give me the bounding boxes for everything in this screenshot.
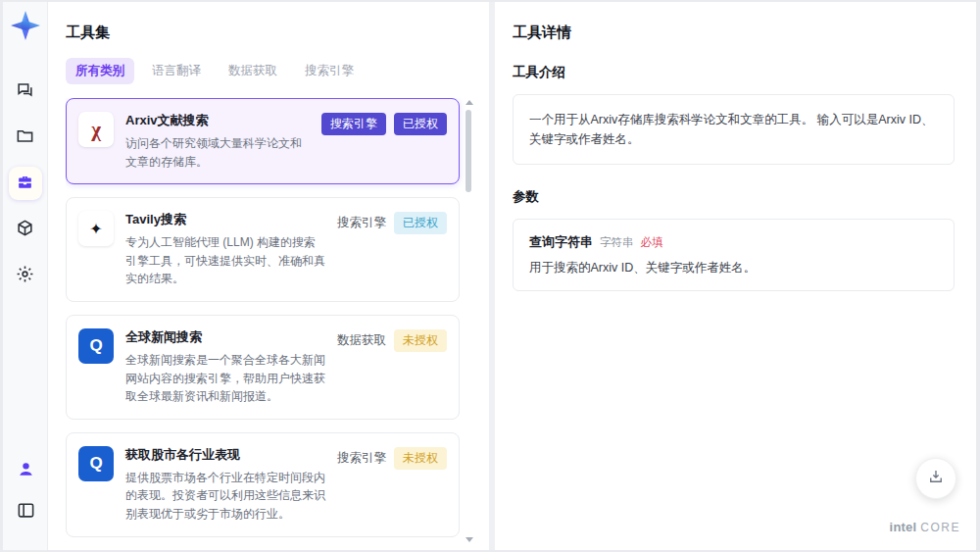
sidebar-item-files[interactable] (9, 121, 42, 154)
intro-heading: 工具介绍 (513, 64, 955, 81)
category-label: 数据获取 (337, 332, 386, 349)
panel-toggle-icon (17, 501, 35, 524)
param-required-flag: 必填 (641, 235, 663, 250)
package-icon (16, 219, 34, 241)
auth-status-badge: 未授权 (394, 447, 447, 470)
params-heading: 参数 (513, 188, 955, 206)
category-tabs: 所有类别 语言翻译 数据获取 搜索引擎 (66, 58, 473, 84)
tab-translation[interactable]: 语言翻译 (142, 58, 211, 84)
tool-details-panel: 工具详情 工具介绍 一个用于从Arxiv存储库搜索科学论文和文章的工具。 输入可… (495, 2, 976, 550)
details-title: 工具详情 (513, 24, 955, 42)
auth-status-badge: 已授权 (394, 113, 447, 135)
scroll-down-icon[interactable] (466, 537, 473, 542)
tool-name: 获取股市各行业表现 (125, 446, 325, 464)
user-avatar-button[interactable] (9, 454, 42, 487)
tool-card-sector-performance[interactable]: Q 获取股市各行业表现 提供股票市场各个行业在特定时间段内的表现。投资者可以利用… (66, 432, 460, 537)
page-title: 工具集 (66, 24, 473, 42)
tool-description: 访问各个研究领域大量科学论文和文章的存储库。 (125, 134, 310, 171)
list-scrollbar[interactable] (464, 98, 473, 544)
tool-name: Arxiv文献搜索 (125, 112, 310, 129)
category-badge: 搜索引擎 (321, 113, 386, 135)
intel-core-logo: intel core (890, 520, 960, 534)
stock-tool-logo-icon: Q (78, 446, 114, 481)
folder-icon (16, 126, 34, 149)
download-icon (927, 468, 945, 489)
scrollbar-thumb[interactable] (466, 110, 471, 192)
chat-icon (16, 80, 34, 103)
panel-toggle-button[interactable] (9, 495, 42, 528)
news-search-logo-icon: Q (78, 328, 114, 364)
tool-description: 专为人工智能代理 (LLM) 构建的搜索引擎工具，可快速提供实时、准确和真实的结… (125, 233, 325, 288)
tool-list: χ Arxiv文献搜索 访问各个研究领域大量科学论文和文章的存储库。 搜索引擎 … (66, 98, 473, 550)
category-label: 搜索引擎 (337, 215, 386, 231)
sidebar-item-packages[interactable] (9, 213, 42, 246)
param-item: 查询字符串 字符串 必填 用于搜索的Arxiv ID、关键字或作者姓名。 (513, 219, 955, 291)
arxiv-logo-icon: χ (78, 112, 114, 147)
toolbox-icon (16, 173, 34, 195)
tool-card-arxiv[interactable]: χ Arxiv文献搜索 访问各个研究领域大量科学论文和文章的存储库。 搜索引擎 … (66, 98, 460, 184)
param-type: 字符串 (600, 235, 634, 250)
tab-all-categories[interactable]: 所有类别 (66, 58, 134, 84)
app-logo-icon (10, 10, 41, 41)
user-icon (17, 460, 35, 482)
sidebar-item-toolset[interactable] (9, 167, 42, 200)
gear-icon (16, 265, 34, 287)
tavily-logo-icon: ✦ (78, 211, 114, 246)
intro-text: 一个用于从Arxiv存储库搜索科学论文和文章的工具。 输入可以是Arxiv ID… (513, 94, 955, 165)
param-name: 查询字符串 (529, 233, 593, 251)
tool-name: Tavily搜索 (125, 211, 325, 228)
param-description: 用于搜索的Arxiv ID、关键字或作者姓名。 (529, 260, 938, 276)
auth-status-badge: 已授权 (394, 212, 447, 234)
tool-description: 全球新闻搜索是一个聚合全球各大新闻网站内容的搜索引擎，帮助用户快速获取全球最新资… (125, 351, 325, 406)
app-window: 工具集 所有类别 语言翻译 数据获取 搜索引擎 χ Arxiv文献搜索 访问各个… (3, 2, 976, 550)
tool-name: 全球新闻搜索 (125, 328, 325, 346)
toolset-panel: 工具集 所有类别 语言翻译 数据获取 搜索引擎 χ Arxiv文献搜索 访问各个… (48, 2, 489, 550)
tool-description: 提供股票市场各个行业在特定时间段内的表现。投资者可以利用这些信息来识别表现优于或… (125, 469, 325, 524)
sidebar-item-chat[interactable] (9, 75, 42, 108)
auth-status-badge: 未授权 (394, 329, 447, 352)
category-label: 搜索引擎 (337, 450, 386, 467)
tab-search-engine[interactable]: 搜索引擎 (295, 58, 364, 84)
brand-core: core (920, 521, 960, 534)
sidebar-item-settings[interactable] (9, 259, 42, 292)
icon-rail (3, 2, 48, 550)
tool-card-global-news[interactable]: Q 全球新闻搜索 全球新闻搜索是一个聚合全球各大新闻网站内容的搜索引擎，帮助用户… (66, 315, 460, 420)
scroll-up-icon[interactable] (466, 100, 473, 105)
tab-data-fetch[interactable]: 数据获取 (219, 58, 287, 84)
tool-card-tavily[interactable]: ✦ Tavily搜索 专为人工智能代理 (LLM) 构建的搜索引擎工具，可快速提… (66, 197, 460, 302)
brand-intel: intel (890, 520, 917, 534)
download-button[interactable] (915, 458, 956, 499)
